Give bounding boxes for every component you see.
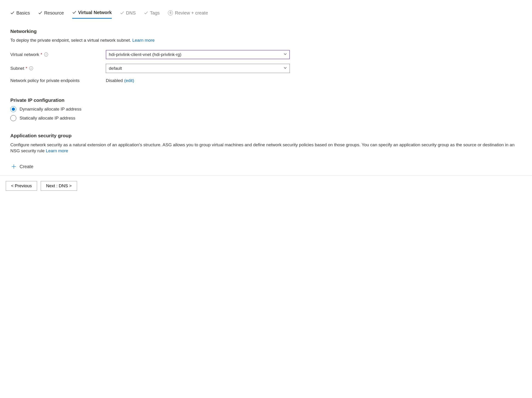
- required-indicator: *: [25, 65, 27, 72]
- private-ip-radio-group: Dynamically allocate IP address Statical…: [10, 106, 522, 121]
- next-button[interactable]: Next : DNS >: [41, 181, 77, 191]
- check-icon: [144, 11, 148, 15]
- tab-label: Resource: [44, 10, 64, 16]
- tab-review-create[interactable]: 6 Review + create: [168, 10, 208, 19]
- networking-heading: Networking: [10, 28, 522, 34]
- tab-basics[interactable]: Basics: [10, 10, 30, 19]
- private-ip-heading: Private IP configuration: [10, 97, 522, 104]
- info-icon[interactable]: i: [29, 66, 33, 70]
- wizard-tabs: Basics Resource Virtual Network DNS Tags…: [10, 9, 522, 19]
- network-policy-value: Disabled: [106, 78, 123, 84]
- subnet-label: Subnet * i: [10, 65, 106, 72]
- previous-button[interactable]: < Previous: [6, 181, 37, 191]
- tab-label: DNS: [126, 10, 136, 16]
- network-policy-label: Network policy for private endpoints: [10, 78, 106, 84]
- tab-label: Review + create: [175, 10, 208, 16]
- radio-dynamic-ip[interactable]: Dynamically allocate IP address: [10, 106, 522, 112]
- virtual-network-label: Virtual network * i: [10, 52, 106, 58]
- tab-label: Virtual Network: [78, 9, 112, 16]
- subnet-select[interactable]: default: [106, 64, 290, 73]
- info-icon[interactable]: i: [44, 52, 48, 56]
- check-icon: [10, 11, 14, 15]
- asg-description: Configure network security as a natural …: [10, 142, 522, 154]
- learn-more-link[interactable]: Learn more: [132, 38, 155, 43]
- radio-static-ip[interactable]: Statically allocate IP address: [10, 115, 522, 121]
- check-icon: [38, 11, 42, 15]
- required-indicator: *: [40, 52, 42, 58]
- radio-icon: [10, 106, 16, 112]
- wizard-footer: < Previous Next : DNS >: [0, 175, 532, 196]
- asg-heading: Application security group: [10, 132, 522, 139]
- check-icon: [72, 10, 76, 14]
- edit-link[interactable]: (edit): [124, 78, 134, 84]
- check-icon: [120, 11, 124, 15]
- radio-icon: [10, 115, 16, 121]
- tab-label: Tags: [150, 10, 160, 16]
- plus-icon: [11, 164, 16, 169]
- networking-description: To deploy the private endpoint, select a…: [10, 37, 522, 44]
- tab-resource[interactable]: Resource: [38, 10, 64, 19]
- tab-label: Basics: [16, 10, 30, 16]
- create-asg-button[interactable]: Create: [10, 162, 34, 172]
- tab-tags[interactable]: Tags: [144, 10, 160, 19]
- tab-dns[interactable]: DNS: [120, 10, 136, 19]
- tab-virtual-network[interactable]: Virtual Network: [72, 9, 112, 19]
- virtual-network-select[interactable]: hdi-privlink-client-vnet (hdi-privlink-r…: [106, 50, 290, 59]
- learn-more-link[interactable]: Learn more: [46, 148, 68, 153]
- step-number-icon: 6: [168, 10, 173, 15]
